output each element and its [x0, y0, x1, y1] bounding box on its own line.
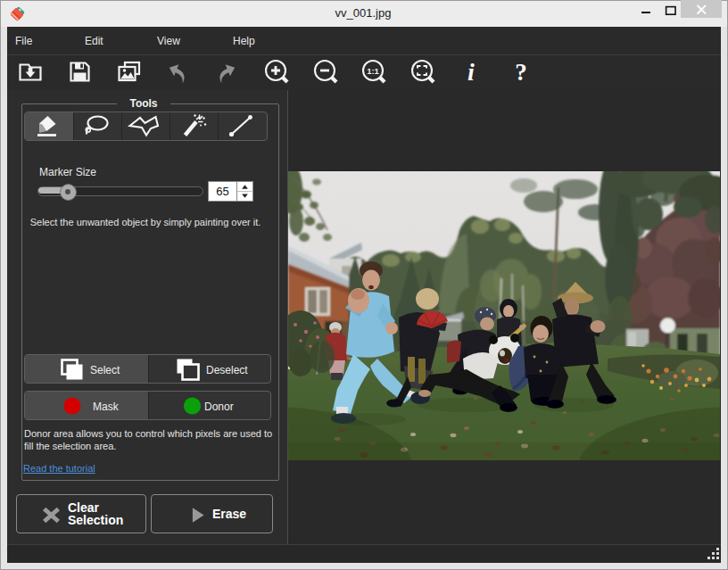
svg-text:1:1: 1:1 [367, 66, 379, 76]
svg-text:?: ? [515, 59, 527, 86]
svg-text:i: i [467, 58, 475, 86]
